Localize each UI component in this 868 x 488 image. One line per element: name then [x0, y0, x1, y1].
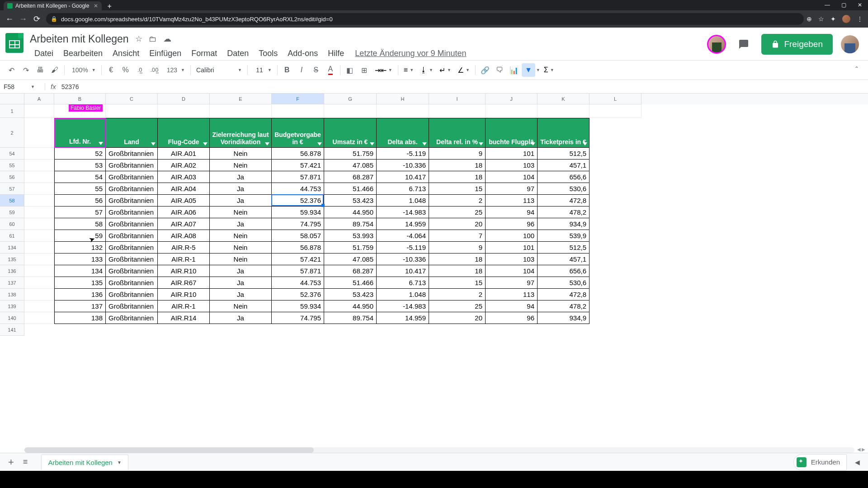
move-icon[interactable]: 🗀 [149, 34, 157, 44]
table-header-cell[interactable]: Zielerreichung laut Vorindikation [210, 118, 272, 148]
italic-button[interactable]: I [295, 63, 308, 77]
row-header-57[interactable]: 57 [0, 183, 24, 195]
last-edit-link[interactable]: Letzte Änderung vor 9 Minuten [355, 49, 466, 58]
link-button[interactable]: 🔗 [478, 63, 492, 77]
data-cell[interactable]: 44.950 [324, 206, 377, 218]
data-cell[interactable]: 512,5 [538, 242, 590, 253]
name-box[interactable]: ▼ [0, 83, 45, 90]
cell[interactable] [24, 104, 54, 118]
filter-icon[interactable] [317, 142, 322, 145]
filter-icon[interactable] [151, 142, 156, 145]
data-cell[interactable]: 457,1 [538, 160, 590, 171]
sheet-tab-dropdown-icon[interactable]: ▼ [117, 460, 122, 465]
menu-ansicht[interactable]: Ansicht [108, 47, 144, 60]
cell[interactable] [486, 104, 538, 118]
row-header-140[interactable]: 140 [0, 312, 24, 324]
data-cell[interactable]: Ja [210, 265, 272, 277]
data-cell[interactable]: 89.754 [324, 218, 377, 230]
data-cell[interactable]: -14.983 [377, 206, 429, 218]
data-cell[interactable]: Ja [210, 171, 272, 183]
data-cell[interactable]: Großbritannien [106, 160, 158, 171]
data-cell[interactable]: AIR.A02 [158, 160, 210, 171]
data-cell[interactable]: 20 [429, 218, 486, 230]
table-header-cell[interactable]: buchte Flugplä [486, 118, 538, 148]
data-cell[interactable]: 58 [54, 218, 106, 230]
cell[interactable] [24, 277, 54, 289]
font-size-dropdown[interactable]: 11▼ [250, 66, 274, 74]
data-cell[interactable]: 18 [429, 171, 486, 183]
row-header-141[interactable]: 141 [0, 324, 24, 336]
number-format-dropdown[interactable]: 123▼ [162, 66, 188, 74]
data-cell[interactable]: 1.048 [377, 195, 429, 206]
extension-icon[interactable]: ✦ [830, 15, 836, 23]
functions-dropdown[interactable]: Σ▼ [541, 66, 557, 74]
data-cell[interactable]: 530,6 [538, 183, 590, 195]
menu-einfügen[interactable]: Einfügen [145, 47, 186, 60]
data-cell[interactable]: 103 [486, 160, 538, 171]
cell[interactable] [24, 265, 54, 277]
scroll-left-icon[interactable]: ◀ [857, 447, 861, 452]
filter-dropdown[interactable]: ▼ [536, 68, 540, 72]
explore-button[interactable]: Erkunden [793, 454, 847, 470]
data-cell[interactable]: -10.336 [377, 253, 429, 265]
font-dropdown[interactable]: Calibri▼ [193, 66, 245, 74]
data-cell[interactable]: 53.423 [324, 195, 377, 206]
sheets-logo-icon[interactable] [5, 33, 28, 56]
data-cell[interactable]: 138 [54, 312, 106, 324]
data-cell[interactable]: 96 [486, 312, 538, 324]
data-cell[interactable]: AIR.R-5 [158, 242, 210, 253]
cell[interactable] [24, 183, 54, 195]
share-button[interactable]: Freigeben [761, 34, 833, 55]
data-cell[interactable]: 539,9 [538, 230, 590, 242]
cell[interactable] [24, 300, 54, 312]
data-cell[interactable]: 656,6 [538, 171, 590, 183]
table-header-cell[interactable]: Land [106, 118, 158, 148]
cell[interactable] [24, 171, 54, 183]
data-cell[interactable]: 9 [429, 242, 486, 253]
data-cell[interactable]: 14.959 [377, 312, 429, 324]
name-box-input[interactable] [4, 83, 31, 90]
data-cell[interactable]: 57.871 [272, 265, 324, 277]
horizontal-scrollbar[interactable] [24, 447, 854, 453]
menu-bearbeiten[interactable]: Bearbeiten [59, 47, 107, 60]
data-cell[interactable]: 51.466 [324, 183, 377, 195]
data-cell[interactable]: Großbritannien [106, 195, 158, 206]
user-avatar[interactable] [841, 35, 859, 53]
side-panel-toggle[interactable]: ◀ [855, 459, 860, 466]
close-tab-icon[interactable]: ✕ [94, 3, 98, 9]
data-cell[interactable]: Ja [210, 277, 272, 289]
data-cell[interactable]: 478,2 [538, 206, 590, 218]
filter-icon[interactable] [203, 142, 208, 145]
row-header-137[interactable]: 137 [0, 277, 24, 289]
data-cell[interactable]: -5.119 [377, 148, 429, 160]
comment-button[interactable]: 🗨 [493, 63, 506, 77]
borders-button[interactable]: ⊞ [358, 63, 371, 77]
data-cell[interactable]: 94 [486, 206, 538, 218]
fill-color-button[interactable]: ◧ [343, 63, 357, 77]
halign-dropdown[interactable]: ≡▼ [401, 66, 416, 74]
row-header-2[interactable]: 2 [0, 118, 24, 148]
data-cell[interactable]: -4.064 [377, 230, 429, 242]
col-header-E[interactable]: E [210, 94, 272, 104]
cell[interactable] [210, 104, 272, 118]
data-cell[interactable]: 53.423 [324, 289, 377, 300]
data-cell[interactable]: 52 [54, 148, 106, 160]
data-cell[interactable]: 56 [54, 195, 106, 206]
data-cell[interactable]: 934,9 [538, 312, 590, 324]
data-cell[interactable]: 68.287 [324, 265, 377, 277]
data-cell[interactable]: 97 [486, 277, 538, 289]
data-cell[interactable]: Großbritannien [106, 171, 158, 183]
data-cell[interactable]: 54 [54, 171, 106, 183]
data-cell[interactable]: 478,2 [538, 300, 590, 312]
data-cell[interactable]: 101 [486, 148, 538, 160]
data-cell[interactable]: Großbritannien [106, 183, 158, 195]
data-cell[interactable]: AIR.R-1 [158, 300, 210, 312]
data-cell[interactable]: Großbritannien [106, 265, 158, 277]
cell[interactable] [24, 312, 54, 324]
data-cell[interactable]: 44.753 [272, 277, 324, 289]
data-cell[interactable]: 53 [54, 160, 106, 171]
data-cell[interactable]: 52.376 [272, 289, 324, 300]
data-cell[interactable]: 472,8 [538, 289, 590, 300]
cell[interactable] [24, 148, 54, 160]
row-header-61[interactable]: 61 [0, 230, 24, 242]
